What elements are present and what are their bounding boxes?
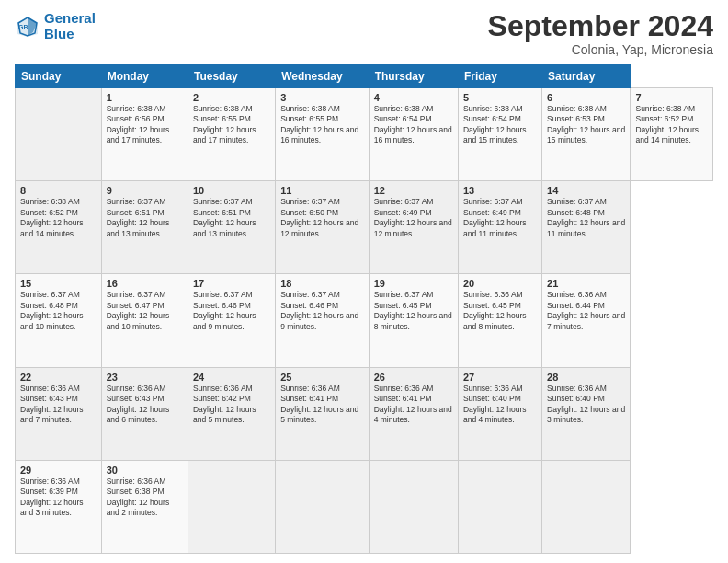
header: GB General Blue September 2024 Colonia, … [15, 11, 713, 57]
table-row [16, 88, 102, 181]
day-number: 19 [374, 278, 453, 289]
col-wednesday: Wednesday [276, 65, 370, 88]
calendar-week-4: 22Sunrise: 6:36 AMSunset: 6:43 PMDayligh… [16, 367, 713, 460]
logo-text: General Blue [44, 11, 96, 41]
col-sunday: Sunday [16, 65, 102, 88]
day-number: 26 [374, 372, 453, 383]
table-row: 15Sunrise: 6:37 AMSunset: 6:48 PMDayligh… [16, 274, 102, 367]
day-number: 2 [193, 92, 270, 103]
table-row [369, 460, 458, 553]
day-number: 24 [193, 372, 270, 383]
table-row: 4Sunrise: 6:38 AMSunset: 6:54 PMDaylight… [369, 88, 458, 181]
calendar-week-1: 1Sunrise: 6:38 AMSunset: 6:56 PMDaylight… [16, 88, 713, 181]
logo-icon: GB [15, 14, 40, 40]
day-number: 10 [193, 185, 270, 196]
cell-text: Sunrise: 6:37 AMSunset: 6:51 PMDaylight:… [107, 197, 183, 239]
day-number: 13 [463, 185, 537, 196]
day-number: 14 [547, 185, 625, 196]
day-number: 22 [20, 372, 97, 383]
day-number: 17 [193, 278, 270, 289]
cell-text: Sunrise: 6:37 AMSunset: 6:45 PMDaylight:… [374, 290, 453, 332]
day-number: 1 [107, 92, 183, 103]
table-row [188, 460, 275, 553]
table-row: 9Sunrise: 6:37 AMSunset: 6:51 PMDaylight… [101, 181, 188, 274]
day-number: 29 [20, 465, 97, 476]
day-number: 11 [280, 185, 364, 196]
table-row: 27Sunrise: 6:36 AMSunset: 6:40 PMDayligh… [458, 367, 541, 460]
title-area: September 2024 Colonia, Yap, Micronesia [488, 11, 713, 57]
cell-text: Sunrise: 6:37 AMSunset: 6:48 PMDaylight:… [20, 290, 97, 332]
table-row: 17Sunrise: 6:37 AMSunset: 6:46 PMDayligh… [188, 274, 275, 367]
svg-text:GB: GB [18, 24, 28, 30]
month-title: September 2024 [488, 11, 713, 40]
table-row: 7Sunrise: 6:38 AMSunset: 6:52 PMDaylight… [631, 88, 713, 181]
day-number: 9 [107, 185, 183, 196]
table-row: 8Sunrise: 6:38 AMSunset: 6:52 PMDaylight… [16, 181, 102, 274]
cell-text: Sunrise: 6:36 AMSunset: 6:38 PMDaylight:… [107, 477, 183, 519]
table-row: 24Sunrise: 6:36 AMSunset: 6:42 PMDayligh… [188, 367, 275, 460]
cell-text: Sunrise: 6:37 AMSunset: 6:49 PMDaylight:… [463, 197, 537, 239]
cell-text: Sunrise: 6:36 AMSunset: 6:44 PMDaylight:… [547, 290, 625, 332]
cell-text: Sunrise: 6:37 AMSunset: 6:47 PMDaylight:… [107, 290, 183, 332]
table-row: 21Sunrise: 6:36 AMSunset: 6:44 PMDayligh… [542, 274, 631, 367]
day-number: 12 [374, 185, 453, 196]
table-row: 18Sunrise: 6:37 AMSunset: 6:46 PMDayligh… [276, 274, 370, 367]
calendar-week-2: 8Sunrise: 6:38 AMSunset: 6:52 PMDaylight… [16, 181, 713, 274]
table-row: 6Sunrise: 6:38 AMSunset: 6:53 PMDaylight… [542, 88, 631, 181]
location: Colonia, Yap, Micronesia [488, 42, 713, 57]
cell-text: Sunrise: 6:38 AMSunset: 6:55 PMDaylight:… [280, 104, 364, 146]
table-row: 22Sunrise: 6:36 AMSunset: 6:43 PMDayligh… [16, 367, 102, 460]
header-row: Sunday Monday Tuesday Wednesday Thursday… [16, 65, 713, 88]
calendar-week-3: 15Sunrise: 6:37 AMSunset: 6:48 PMDayligh… [16, 274, 713, 367]
cell-text: Sunrise: 6:36 AMSunset: 6:40 PMDaylight:… [463, 384, 537, 426]
cell-text: Sunrise: 6:36 AMSunset: 6:40 PMDaylight:… [547, 384, 625, 426]
day-number: 30 [107, 465, 183, 476]
day-number: 25 [280, 372, 364, 383]
table-row: 20Sunrise: 6:36 AMSunset: 6:45 PMDayligh… [458, 274, 541, 367]
day-number: 3 [280, 92, 364, 103]
table-row: 23Sunrise: 6:36 AMSunset: 6:43 PMDayligh… [101, 367, 188, 460]
table-row: 10Sunrise: 6:37 AMSunset: 6:51 PMDayligh… [188, 181, 275, 274]
table-row [542, 460, 631, 553]
cell-text: Sunrise: 6:38 AMSunset: 6:54 PMDaylight:… [463, 104, 537, 146]
col-saturday: Saturday [542, 65, 631, 88]
cell-text: Sunrise: 6:38 AMSunset: 6:55 PMDaylight:… [193, 104, 270, 146]
day-number: 23 [107, 372, 183, 383]
cell-text: Sunrise: 6:37 AMSunset: 6:48 PMDaylight:… [547, 197, 625, 239]
table-row: 11Sunrise: 6:37 AMSunset: 6:50 PMDayligh… [276, 181, 370, 274]
col-monday: Monday [101, 65, 188, 88]
cell-text: Sunrise: 6:37 AMSunset: 6:50 PMDaylight:… [280, 197, 364, 239]
cell-text: Sunrise: 6:38 AMSunset: 6:53 PMDaylight:… [547, 104, 625, 146]
cell-text: Sunrise: 6:38 AMSunset: 6:52 PMDaylight:… [20, 197, 97, 239]
table-row: 3Sunrise: 6:38 AMSunset: 6:55 PMDaylight… [276, 88, 370, 181]
day-number: 15 [20, 278, 97, 289]
cell-text: Sunrise: 6:36 AMSunset: 6:43 PMDaylight:… [107, 384, 183, 426]
col-thursday: Thursday [369, 65, 458, 88]
day-number: 28 [547, 372, 625, 383]
page: GB General Blue September 2024 Colonia, … [0, 0, 728, 563]
table-row: 19Sunrise: 6:37 AMSunset: 6:45 PMDayligh… [369, 274, 458, 367]
day-number: 20 [463, 278, 537, 289]
cell-text: Sunrise: 6:36 AMSunset: 6:39 PMDaylight:… [20, 477, 97, 519]
cell-text: Sunrise: 6:37 AMSunset: 6:51 PMDaylight:… [193, 197, 270, 239]
table-row: 5Sunrise: 6:38 AMSunset: 6:54 PMDaylight… [458, 88, 541, 181]
day-number: 4 [374, 92, 453, 103]
col-friday: Friday [458, 65, 541, 88]
table-row [458, 460, 541, 553]
table-row: 2Sunrise: 6:38 AMSunset: 6:55 PMDaylight… [188, 88, 275, 181]
day-number: 21 [547, 278, 625, 289]
cell-text: Sunrise: 6:36 AMSunset: 6:41 PMDaylight:… [374, 384, 453, 426]
table-row: 25Sunrise: 6:36 AMSunset: 6:41 PMDayligh… [276, 367, 370, 460]
cell-text: Sunrise: 6:36 AMSunset: 6:45 PMDaylight:… [463, 290, 537, 332]
day-number: 6 [547, 92, 625, 103]
table-row [276, 460, 370, 553]
cell-text: Sunrise: 6:38 AMSunset: 6:54 PMDaylight:… [374, 104, 453, 146]
table-row: 1Sunrise: 6:38 AMSunset: 6:56 PMDaylight… [101, 88, 188, 181]
table-row: 13Sunrise: 6:37 AMSunset: 6:49 PMDayligh… [458, 181, 541, 274]
day-number: 5 [463, 92, 537, 103]
cell-text: Sunrise: 6:37 AMSunset: 6:49 PMDaylight:… [374, 197, 453, 239]
logo: GB General Blue [15, 11, 96, 41]
col-tuesday: Tuesday [188, 65, 275, 88]
cell-text: Sunrise: 6:36 AMSunset: 6:42 PMDaylight:… [193, 384, 270, 426]
day-number: 8 [20, 185, 97, 196]
